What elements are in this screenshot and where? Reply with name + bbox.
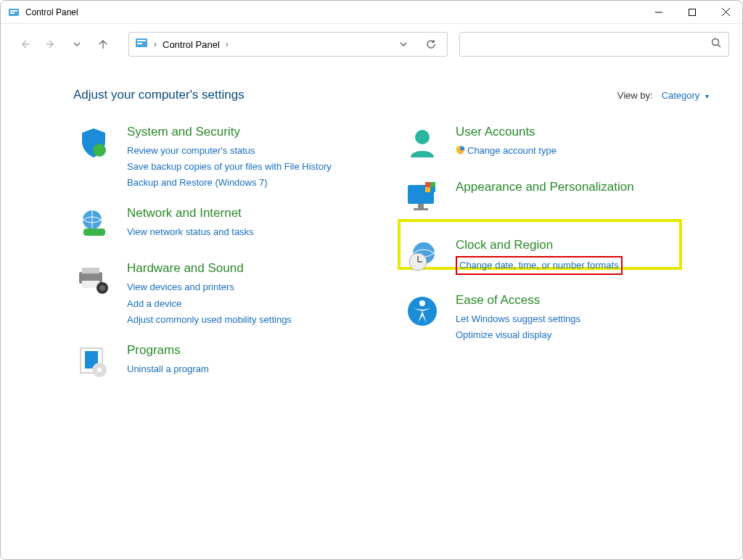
category-programs: Programs Uninstall a program <box>73 342 380 383</box>
accessibility-icon <box>402 292 443 333</box>
printer-camera-icon <box>73 260 114 301</box>
svg-rect-34 <box>430 187 435 192</box>
user-icon <box>402 124 443 165</box>
address-dropdown-button[interactable] <box>393 34 414 54</box>
category-link[interactable]: Uninstall a program <box>127 361 209 377</box>
category-system-security: System and Security Review your computer… <box>73 124 380 191</box>
svg-rect-1 <box>10 10 17 12</box>
svg-rect-29 <box>418 204 424 208</box>
category-ease-of-access: Ease of Access Let Windows suggest setti… <box>402 292 709 343</box>
categories-left-column: System and Security Review your computer… <box>73 124 380 398</box>
programs-disc-icon <box>73 342 114 383</box>
forward-button[interactable] <box>40 33 62 55</box>
category-title[interactable]: Programs <box>127 342 209 358</box>
category-hardware-sound: Hardware and Sound View devices and prin… <box>73 260 380 327</box>
category-link[interactable]: Let Windows suggest settings <box>456 311 580 327</box>
minimize-button[interactable] <box>642 1 676 24</box>
view-by-dropdown[interactable]: Category ▾ <box>662 90 709 101</box>
svg-rect-30 <box>414 208 428 210</box>
up-button[interactable] <box>92 33 114 55</box>
svg-rect-19 <box>82 268 99 273</box>
view-by-selector: View by: Category ▾ <box>617 90 709 101</box>
close-button[interactable] <box>709 1 742 24</box>
shield-icon <box>73 124 114 165</box>
caret-down-icon: ▾ <box>705 92 709 100</box>
address-bar[interactable]: › Control Panel › <box>128 32 448 57</box>
category-link[interactable]: Review your computer's status <box>127 143 332 159</box>
control-panel-icon <box>8 7 20 18</box>
category-link[interactable]: Change date, time, or number formats <box>459 260 619 271</box>
svg-rect-2 <box>10 12 15 14</box>
category-appearance-personalization: Appearance and Personalization <box>402 179 709 220</box>
refresh-button[interactable] <box>421 34 441 54</box>
category-title[interactable]: Hardware and Sound <box>127 260 292 276</box>
categories-right-column: User Accounts Change account type Appear… <box>402 124 709 398</box>
category-title[interactable]: Clock and Region <box>456 237 623 253</box>
page-heading: Adjust your computer's settings <box>73 88 245 102</box>
category-network-internet: Network and Internet View network status… <box>73 205 380 246</box>
search-bar[interactable] <box>459 32 729 57</box>
categories-container: System and Security Review your computer… <box>73 124 709 398</box>
category-link[interactable]: View network status and tasks <box>127 224 254 240</box>
category-title[interactable]: Network and Internet <box>127 205 254 221</box>
svg-rect-33 <box>425 187 430 192</box>
category-link[interactable]: Add a device <box>127 296 292 312</box>
svg-rect-11 <box>137 40 146 41</box>
svg-rect-17 <box>83 228 105 236</box>
nav-bar: › Control Panel › <box>1 24 742 65</box>
recent-locations-button[interactable] <box>66 33 88 55</box>
monitor-appearance-icon <box>402 179 443 220</box>
svg-rect-31 <box>425 182 430 187</box>
search-icon[interactable] <box>711 38 721 51</box>
window-controls <box>642 1 742 24</box>
svg-rect-4 <box>689 9 696 15</box>
content-area: Adjust your computer's settings View by:… <box>1 65 742 398</box>
window-title: Control Panel <box>25 7 78 17</box>
chevron-right-icon[interactable]: › <box>226 39 229 49</box>
content-header: Adjust your computer's settings View by:… <box>73 88 709 102</box>
highlight-red-box: Change date, time, or number formats <box>456 256 623 275</box>
category-clock-region: Clock and Region Change date, time, or n… <box>402 234 709 278</box>
uac-shield-icon <box>456 144 465 160</box>
svg-point-13 <box>713 39 719 46</box>
clock-globe-icon <box>402 237 443 278</box>
title-bar: Control Panel <box>1 1 742 24</box>
svg-line-14 <box>718 45 721 48</box>
category-link[interactable]: View devices and printers <box>127 279 292 295</box>
category-title[interactable]: User Accounts <box>456 124 557 140</box>
back-button[interactable] <box>14 33 36 55</box>
category-link[interactable]: Backup and Restore (Windows 7) <box>127 175 332 191</box>
maximize-button[interactable] <box>676 1 709 24</box>
view-by-label: View by: <box>617 90 653 101</box>
globe-network-icon <box>73 205 114 246</box>
category-title[interactable]: Appearance and Personalization <box>456 179 634 195</box>
category-title[interactable]: Ease of Access <box>456 292 580 308</box>
svg-point-26 <box>97 368 102 372</box>
category-user-accounts: User Accounts Change account type <box>402 124 709 165</box>
control-panel-breadcrumb-icon <box>135 36 148 52</box>
category-link-text: Change account type <box>467 145 557 156</box>
svg-rect-32 <box>430 182 435 187</box>
svg-point-15 <box>93 144 106 157</box>
category-link[interactable]: Change account type <box>456 143 557 160</box>
search-input[interactable] <box>467 39 711 50</box>
svg-rect-12 <box>137 43 142 44</box>
category-title[interactable]: System and Security <box>127 124 332 140</box>
view-by-value: Category <box>662 90 700 101</box>
category-link[interactable]: Optimize visual display <box>456 327 580 343</box>
chevron-right-icon[interactable]: › <box>154 39 157 49</box>
svg-point-27 <box>415 130 430 144</box>
svg-point-22 <box>99 285 105 291</box>
svg-point-40 <box>419 300 425 306</box>
category-link[interactable]: Save backup copies of your files with Fi… <box>127 159 332 175</box>
category-link[interactable]: Adjust commonly used mobility settings <box>127 312 292 328</box>
breadcrumb-item[interactable]: Control Panel <box>163 39 220 50</box>
